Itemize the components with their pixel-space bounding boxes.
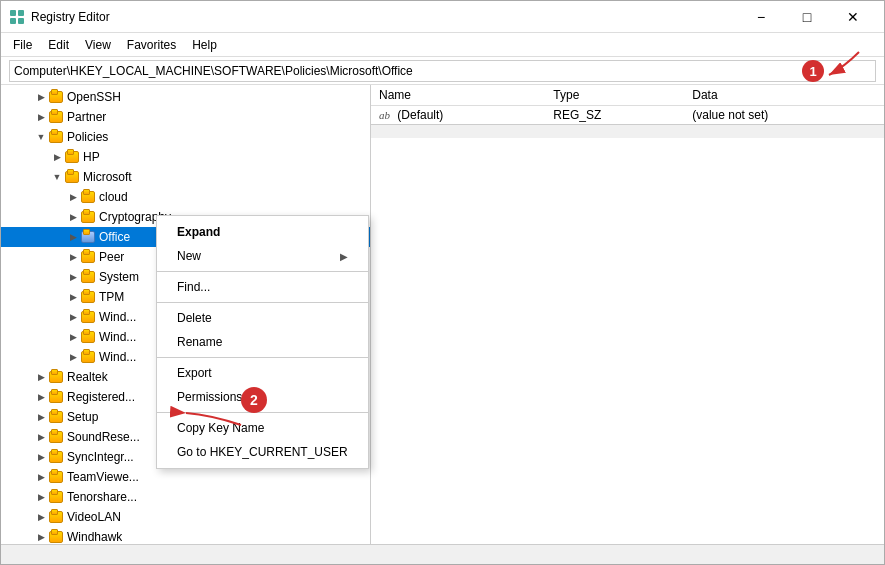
folder-icon-teamviewer [49, 471, 63, 483]
folder-icon-setup [49, 411, 63, 423]
label-realtek: Realtek [67, 370, 108, 384]
table-row[interactable]: ab (Default) REG_SZ (value not set) [371, 106, 884, 125]
svg-rect-1 [18, 10, 24, 16]
expand-syncintegr[interactable]: ▶ [33, 452, 49, 462]
expand-tenorshare[interactable]: ▶ [33, 492, 49, 502]
label-hp: HP [83, 150, 100, 164]
folder-icon-wind3 [81, 351, 95, 363]
tree-item-windhawk[interactable]: ▶ Windhawk [1, 527, 370, 544]
status-bar [1, 544, 884, 564]
folder-icon-soundrese [49, 431, 63, 443]
menu-view[interactable]: View [77, 36, 119, 54]
tree-item-hp[interactable]: ▶ HP [1, 147, 370, 167]
menu-bar: File Edit View Favorites Help [1, 33, 884, 57]
label-syncintegr: SyncIntegr... [67, 450, 134, 464]
col-name[interactable]: Name [371, 85, 545, 106]
expand-soundrese[interactable]: ▶ [33, 432, 49, 442]
expand-office[interactable]: ▶ [65, 232, 81, 242]
label-registered: Registered... [67, 390, 135, 404]
tree-item-videolan[interactable]: ▶ VideoLAN [1, 507, 370, 527]
address-input[interactable] [9, 60, 876, 82]
menu-edit[interactable]: Edit [40, 36, 77, 54]
minimize-button[interactable]: − [738, 1, 784, 33]
ctx-expand[interactable]: Expand [157, 220, 368, 244]
svg-rect-3 [18, 18, 24, 24]
expand-cloud[interactable]: ▶ [65, 192, 81, 202]
folder-icon-tpm [81, 291, 95, 303]
expand-setup[interactable]: ▶ [33, 412, 49, 422]
tree-item-cloud[interactable]: ▶ cloud [1, 187, 370, 207]
label-tenorshare: Tenorshare... [67, 490, 137, 504]
tree-item-policies[interactable]: ▼ Policies [1, 127, 370, 147]
registry-editor-window: Registry Editor − □ ✕ File Edit View Fav… [0, 0, 885, 565]
expand-tpm[interactable]: ▶ [65, 292, 81, 302]
ctx-goto-hkcu[interactable]: Go to HKEY_CURRENT_USER [157, 440, 368, 464]
registry-table: Name Type Data ab (Default) REG_SZ (valu… [371, 85, 884, 124]
expand-wind3[interactable]: ▶ [65, 352, 81, 362]
expand-registered[interactable]: ▶ [33, 392, 49, 402]
expand-cryptography[interactable]: ▶ [65, 212, 81, 222]
ctx-sep-1 [157, 271, 368, 272]
menu-favorites[interactable]: Favorites [119, 36, 184, 54]
ctx-new-label: New [177, 249, 201, 263]
ctx-new-arrow: ▶ [340, 251, 348, 262]
ctx-find[interactable]: Find... [157, 275, 368, 299]
annotation-badge-1: 1 [802, 60, 824, 82]
col-type[interactable]: Type [545, 85, 684, 106]
context-menu[interactable]: Expand New ▶ Find... Delete Rename Expor… [156, 215, 369, 469]
label-tpm: TPM [99, 290, 124, 304]
folder-icon-wind1 [81, 311, 95, 323]
expand-policies[interactable]: ▼ [33, 132, 49, 142]
right-pane: Name Type Data ab (Default) REG_SZ (valu… [371, 85, 884, 544]
folder-icon-peer [81, 251, 95, 263]
folder-icon-microsoft [65, 171, 79, 183]
ctx-sep-4 [157, 412, 368, 413]
expand-teamviewer[interactable]: ▶ [33, 472, 49, 482]
expand-realtek[interactable]: ▶ [33, 372, 49, 382]
ctx-delete[interactable]: Delete [157, 306, 368, 330]
folder-icon-system [81, 271, 95, 283]
label-cloud: cloud [99, 190, 128, 204]
ctx-new[interactable]: New ▶ [157, 244, 368, 268]
folder-icon-realtek [49, 371, 63, 383]
expand-videolan[interactable]: ▶ [33, 512, 49, 522]
title-text: Registry Editor [31, 10, 738, 24]
annotation-badge-2: 2 [241, 387, 267, 413]
expand-openssh[interactable]: ▶ [33, 92, 49, 102]
ctx-export[interactable]: Export [157, 361, 368, 385]
label-videolan: VideoLAN [67, 510, 121, 524]
menu-help[interactable]: Help [184, 36, 225, 54]
tree-item-tenorshare[interactable]: ▶ Tenorshare... [1, 487, 370, 507]
label-system: System [99, 270, 139, 284]
address-bar: 1 [1, 57, 884, 85]
tree-item-microsoft[interactable]: ▼ Microsoft [1, 167, 370, 187]
ctx-copy-key[interactable]: Copy Key Name [157, 416, 368, 440]
menu-file[interactable]: File [5, 36, 40, 54]
title-bar: Registry Editor − □ ✕ [1, 1, 884, 33]
expand-hp[interactable]: ▶ [49, 152, 65, 162]
expand-windhawk[interactable]: ▶ [33, 532, 49, 542]
folder-icon-wind2 [81, 331, 95, 343]
label-microsoft: Microsoft [83, 170, 132, 184]
close-button[interactable]: ✕ [830, 1, 876, 33]
horizontal-scrollbar[interactable] [371, 124, 884, 138]
cell-name: ab (Default) [371, 106, 545, 125]
expand-wind1[interactable]: ▶ [65, 312, 81, 322]
expand-partner[interactable]: ▶ [33, 112, 49, 122]
tree-item-partner[interactable]: ▶ Partner [1, 107, 370, 127]
col-data[interactable]: Data [684, 85, 884, 106]
expand-peer[interactable]: ▶ [65, 252, 81, 262]
ctx-rename[interactable]: Rename [157, 330, 368, 354]
expand-microsoft[interactable]: ▼ [49, 172, 65, 182]
folder-icon-tenorshare [49, 491, 63, 503]
tree-item-openssh[interactable]: ▶ OpenSSH [1, 87, 370, 107]
expand-wind2[interactable]: ▶ [65, 332, 81, 342]
maximize-button[interactable]: □ [784, 1, 830, 33]
main-content: ▶ OpenSSH ▶ Partner ▼ Policies ▶ HP [1, 85, 884, 544]
folder-icon-policies [49, 131, 63, 143]
tree-item-teamviewer[interactable]: ▶ TeamViewe... [1, 467, 370, 487]
app-icon [9, 9, 25, 25]
label-wind2: Wind... [99, 330, 136, 344]
cell-type: REG_SZ [545, 106, 684, 125]
expand-system[interactable]: ▶ [65, 272, 81, 282]
